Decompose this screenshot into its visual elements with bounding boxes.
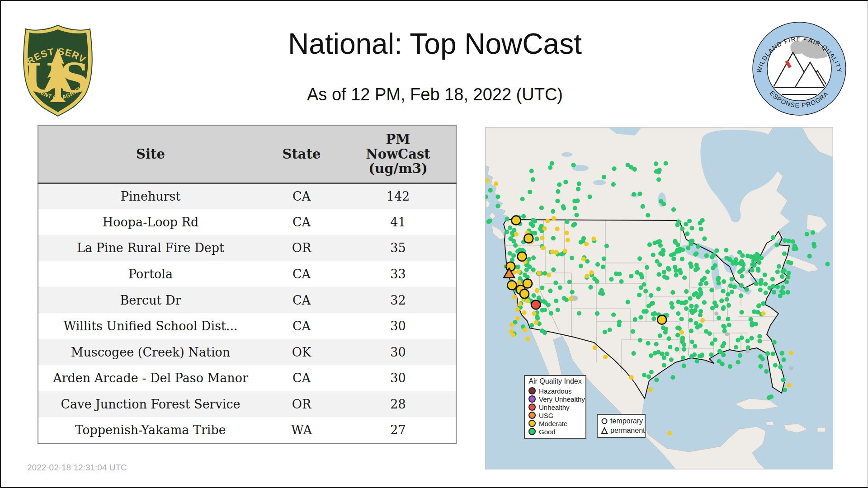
monitor-dot (758, 354, 763, 359)
monitor-dot (711, 253, 716, 257)
aqi-legend-label: Very Unhealthy (539, 395, 585, 403)
monitor-dot (789, 261, 793, 265)
monitor-dot (494, 182, 498, 186)
monitor-dot (511, 333, 515, 337)
monitor-dot (745, 349, 750, 353)
monitor-dot (724, 248, 728, 253)
monitor-dot (789, 366, 793, 370)
monitor-dot (749, 336, 754, 341)
monitor-dot (721, 289, 726, 293)
monitor-dot (662, 363, 666, 367)
cell-site: Cave Junction Forest Service (38, 391, 263, 418)
monitor-dot (565, 220, 569, 224)
monitor-dot (654, 378, 659, 382)
monitor-dot (708, 331, 712, 336)
monitor-dot (787, 383, 792, 388)
monitor-dot (749, 317, 753, 321)
top-nowcast-table: Site State PM NowCast (ug/m3) PinehurstC… (38, 125, 457, 444)
monitor-dot (638, 338, 642, 343)
monitor-dot (668, 345, 672, 349)
monitor-dot (563, 249, 567, 253)
monitor-dot (677, 326, 682, 331)
monitor-dot (763, 272, 767, 277)
aqi-legend-item: USG (525, 411, 585, 419)
aqi-swatch-icon (528, 420, 536, 427)
monitor-dot (518, 302, 522, 306)
monitor-dot (588, 285, 593, 290)
monitor-dot (574, 213, 579, 217)
monitor-dot (709, 352, 713, 357)
monitor-dot (531, 255, 536, 260)
monitor-dot (562, 296, 566, 300)
table-row: Cave Junction Forest ServiceOR28 (38, 391, 456, 418)
monitor-dot (730, 277, 734, 282)
monitor-dot (637, 192, 642, 196)
monitor-dot (637, 256, 642, 261)
aqi-legend: Air Quality Index HazardousVery Unhealth… (524, 375, 586, 439)
lake-canada-3 (561, 152, 572, 157)
monitor-dot (811, 230, 815, 235)
monitor-dot (714, 249, 719, 253)
monitor-dot (632, 192, 636, 197)
column-header-pm-nowcast: PM NowCast (ug/m3) (340, 125, 456, 183)
monitor-dot (639, 286, 643, 290)
monitor-dot (552, 216, 556, 221)
monitor-dot (602, 175, 606, 179)
monitor-dot (759, 282, 763, 286)
monitor-dot (588, 195, 592, 199)
legend-item-temporary: temporary (598, 417, 645, 426)
monitor-dot (689, 328, 693, 333)
monitor-dot (661, 202, 666, 206)
monitor-dot (722, 324, 726, 329)
monitor-dot (681, 356, 685, 360)
generated-timestamp: 2022-02-18 12:31:04 UTC (27, 463, 127, 473)
aqi-legend-item: Hazardous (525, 387, 585, 395)
monitor-dot (786, 290, 790, 295)
column-header-site: Site (38, 125, 263, 183)
monitor-dot (561, 204, 566, 209)
monitor-dot (603, 330, 607, 334)
monitor-dot (617, 319, 622, 324)
monitor-dot (786, 275, 790, 279)
top-site-marker (524, 234, 533, 243)
monitor-dot (548, 165, 552, 170)
monitor-dot (667, 431, 672, 436)
monitor-dot (566, 238, 570, 242)
monitor-dot (780, 285, 785, 290)
monitor-dot (523, 328, 527, 332)
monitor-dot (637, 293, 642, 297)
monitor-dot (698, 287, 702, 292)
aqi-swatch-icon (528, 387, 536, 394)
monitor-dot (674, 268, 678, 273)
monitor-dot (577, 311, 581, 315)
cell-value: 32 (340, 287, 456, 313)
page-title: National: Top NowCast (118, 27, 751, 61)
cell-site: Hoopa-Loop Rd (38, 209, 263, 235)
monitor-dot (685, 231, 689, 236)
site-type-legend: temporary permanent (597, 414, 646, 438)
monitor-dot (662, 270, 666, 274)
monitor-dot (602, 257, 606, 261)
monitor-dot (542, 308, 547, 312)
monitor-dot (554, 299, 558, 303)
monitor-dot (547, 273, 551, 277)
monitor-dot (774, 243, 779, 247)
monitor-dot (556, 189, 560, 194)
monitor-dot (689, 354, 694, 359)
monitor-dot (758, 288, 763, 292)
monitor-dot (698, 323, 703, 328)
monitor-dot (576, 187, 580, 191)
cell-site: Willits Unified School Dist... (38, 313, 263, 339)
monitor-dot (712, 300, 717, 305)
monitor-dot (585, 274, 589, 278)
monitor-dot (730, 290, 734, 294)
monitor-dot (812, 244, 816, 249)
monitor-dot (694, 251, 698, 256)
monitor-dot (741, 262, 745, 266)
monitor-dot (736, 360, 741, 364)
monitor-dot (647, 242, 652, 247)
monitor-dot (739, 283, 744, 288)
monitor-dot (782, 268, 787, 273)
column-header-state: State (263, 125, 340, 183)
monitor-dot (718, 349, 723, 354)
